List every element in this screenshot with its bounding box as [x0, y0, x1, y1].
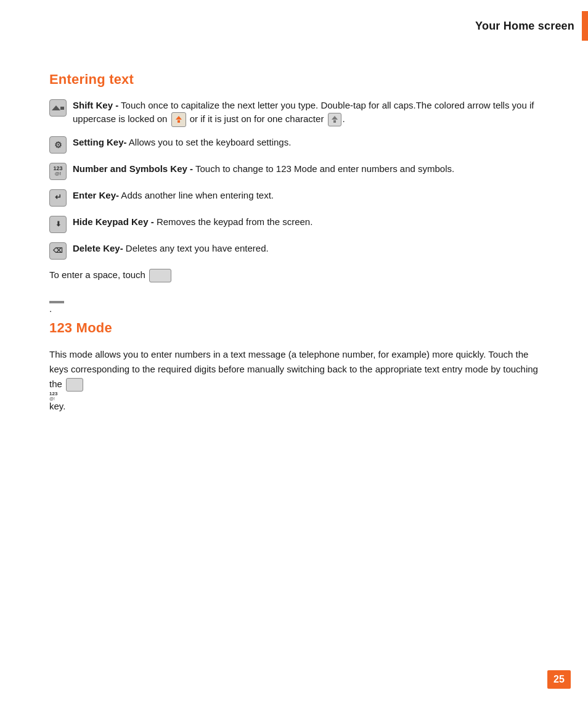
settings-key-icon: ⚙: [49, 136, 67, 154]
delete-key-label: Delete Key-: [73, 243, 123, 253]
delete-symbol: ⌫: [53, 246, 63, 256]
mode-section: 123 Mode This mode allows you to enter n…: [49, 320, 539, 411]
main-content: Entering text Shift Key - Touch once to …: [0, 41, 588, 448]
space-key-icon: [149, 269, 171, 282]
enter-key-item: ↵ Enter Key- Adds another line when ente…: [49, 189, 539, 207]
shift-key-item: Shift Key - Touch once to capitalize the…: [49, 99, 539, 127]
num-line2: @!: [55, 171, 61, 176]
shift-arrow-up: [52, 105, 60, 110]
mode-body: This mode allows you to enter numbers in…: [49, 347, 539, 392]
spacebar-text-after: .: [49, 303, 52, 314]
entering-text-section: Entering text Shift Key - Touch once to …: [49, 72, 539, 314]
spacebar-text-before: To enter a space, touch: [49, 269, 145, 280]
shift-single-icon: [328, 113, 341, 126]
setting-key-text: Setting Key- Allows you to set the keybo…: [73, 136, 539, 149]
entering-text-title: Entering text: [49, 72, 539, 88]
mode-num-line2: @!: [49, 396, 539, 401]
shift-locked-icon: [171, 112, 186, 127]
page-header: Your Home screen: [0, 0, 588, 41]
delete-key-item: ⌫ Delete Key- Deletes any text you have …: [49, 242, 539, 260]
hide-key-text: Hide Keypad Key - Removes the keypad fro…: [73, 215, 539, 229]
shift-key-text: Shift Key - Touch once to capitalize the…: [73, 99, 539, 127]
delete-key-icon: ⌫: [49, 242, 67, 260]
mode-body-end: key.: [49, 401, 65, 411]
enter-arrow: ↵: [55, 192, 62, 203]
shift-key-icon: [49, 99, 67, 117]
header-title: Your Home screen: [475, 20, 582, 33]
header-accent-bar: [582, 11, 588, 41]
shift-key-label: Shift Key -: [73, 100, 118, 110]
setting-key-label: Setting Key-: [73, 137, 127, 147]
hide-symbol: ⬇: [55, 220, 61, 229]
mode-num-icon: [66, 378, 83, 392]
hide-key-item: ⬇ Hide Keypad Key - Removes the keypad f…: [49, 215, 539, 233]
setting-key-item: ⚙ Setting Key- Allows you to set the key…: [49, 136, 539, 154]
mode-title: 123 Mode: [49, 320, 539, 336]
hide-key-label: Hide Keypad Key -: [73, 216, 154, 227]
number-key-icon: 123 @!: [49, 163, 67, 180]
delete-key-text: Delete Key- Deletes any text you have en…: [73, 242, 539, 255]
enter-key-icon: ↵: [49, 189, 67, 207]
spacebar-paragraph: To enter a space, touch: [49, 268, 539, 282]
mode-body-text: This mode allows you to enter numbers in…: [49, 349, 538, 389]
hide-key-icon: ⬇: [49, 216, 67, 233]
gear-symbol: ⚙: [54, 139, 62, 151]
number-key-text: Number and Symbols Key - Touch to change…: [73, 162, 539, 176]
number-key-label: Number and Symbols Key -: [73, 163, 193, 174]
enter-key-label: Enter Key-: [73, 190, 119, 200]
shift-arrow-rect: [60, 107, 64, 110]
enter-key-text: Enter Key- Adds another line when enteri…: [73, 189, 539, 202]
page-number: 25: [547, 670, 571, 689]
number-key-item: 123 @! Number and Symbols Key - Touch to…: [49, 162, 539, 180]
mode-num-line1: 123: [49, 392, 539, 396]
